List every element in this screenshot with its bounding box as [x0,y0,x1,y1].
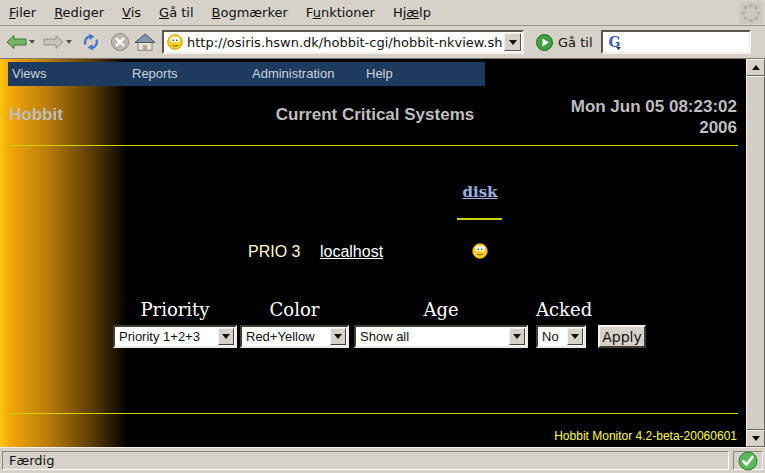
menu-bogmaerker[interactable]: Bogmærker [203,1,297,24]
forward-dropdown-button[interactable] [66,40,72,44]
browser-window: Filer Rediger Vis Gå til Bogmærker Funkt… [0,0,765,473]
go-button-label[interactable]: Gå til [558,35,593,50]
search-input[interactable]: G [601,30,751,54]
scrollbar-thumb[interactable] [746,76,765,430]
menu-bar: Filer Rediger Vis Gå til Bogmærker Funkt… [0,0,765,26]
back-button[interactable] [6,34,27,50]
menu-label: G [159,5,169,20]
menu-label: æ [406,5,419,20]
scroll-up-button[interactable] [746,59,765,76]
forward-button[interactable] [43,34,64,50]
menu-ga-til[interactable]: Gå til [150,1,203,24]
host-link-localhost[interactable]: localhost [320,243,383,260]
go-play-icon [536,34,553,51]
hobbit-logo: Hobbit [9,105,63,125]
back-arrow-icon [6,34,27,50]
yellow-smiley-status-icon[interactable] [472,243,488,259]
home-button[interactable] [134,33,156,51]
reload-button[interactable] [80,33,102,51]
age-header: Age [354,299,528,320]
page-footer-version: Hobbit Monitor 4.2-beta-20060601 [554,429,737,443]
go-button[interactable] [536,34,553,51]
dropdown-arrow-icon[interactable] [218,328,234,345]
priority-select-value: Priority 1+2+3 [115,329,218,344]
priority-row: PRIO 3 localhost [248,243,383,261]
prio-label: PRIO 3 [248,243,300,260]
menu-label: ediger [63,5,104,20]
disk-column-link[interactable]: disk [462,183,497,201]
horizontal-rule-bottom [8,413,738,414]
url-input[interactable]: http://osiris.hswn.dk/hobbit-cgi/hobbit-… [187,35,504,50]
priority-select[interactable]: Priority 1+2+3 [113,325,237,348]
dropdown-arrow-icon[interactable] [509,328,525,345]
stop-button[interactable] [110,32,130,52]
filter-controls: Priority 1+2+3 Red+Yellow Show all No Ap… [113,325,646,348]
menu-hjaelp[interactable]: Hjælp [384,1,440,24]
menu-filer[interactable]: Filer [0,1,45,24]
color-select-value: Red+Yellow [242,329,330,344]
acked-select[interactable]: No [536,325,586,348]
nav-reports[interactable]: Reports [128,62,248,86]
nav-views[interactable]: Views [8,62,128,86]
home-icon [134,33,156,51]
site-favicon-smiley-icon [167,34,183,50]
menu-label: nktioner [321,5,375,20]
arrow-up-icon [752,65,760,70]
chevron-down-icon [509,40,517,45]
age-select-value: Show all [356,329,509,344]
page-content: Views Reports Administration Help Hobbit… [0,59,746,447]
menu-label: iler [16,5,37,20]
dropdown-arrow-icon[interactable] [567,328,583,345]
datetime-line2: 2006 [571,117,737,138]
menu-label: u [313,5,321,20]
priority-header: Priority [113,299,237,320]
menu-vis[interactable]: Vis [113,1,150,24]
url-dropdown-button[interactable] [504,33,521,51]
page-datetime: Mon Jun 05 08:23:02 2006 [571,96,737,138]
page-title: Current Critical Systems [276,105,474,125]
status-bar: Færdig [0,447,765,473]
menu-funktioner[interactable]: Funktioner [297,1,384,24]
menu-label: å til [169,5,193,20]
status-text-panel: Færdig [2,451,729,470]
vertical-scrollbar[interactable] [746,59,765,447]
google-g-icon: G [606,34,622,50]
acked-header: Acked [536,299,586,320]
color-select[interactable]: Red+Yellow [240,325,349,348]
scroll-down-button[interactable] [746,430,765,447]
color-header: Color [240,299,349,320]
filter-headers: Priority Color Age Acked [113,299,586,320]
nav-help[interactable]: Help [362,62,485,86]
nav-administration[interactable]: Administration [248,62,362,86]
reload-icon [80,33,102,51]
url-bar[interactable]: http://osiris.hswn.dk/hobbit-cgi/hobbit-… [162,30,524,54]
menu-label: V [122,5,131,20]
menu-label: R [54,5,62,20]
menu-label: ogmærker [220,5,287,20]
menu-label: is [131,5,141,20]
apply-button[interactable]: Apply [598,325,646,348]
menu-label: Hj [393,5,406,20]
age-select[interactable]: Show all [354,325,528,348]
back-dropdown-button[interactable] [29,40,35,44]
datetime-line1: Mon Jun 05 08:23:02 [571,96,737,117]
green-check-icon [738,451,758,471]
throbber-icon [739,2,763,24]
stop-icon [110,32,130,52]
site-nav-bar: Views Reports Administration Help [8,62,485,86]
horizontal-rule-top [8,145,738,146]
menu-label: F [306,5,313,20]
navigation-toolbar: http://osiris.hswn.dk/hobbit-cgi/hobbit-… [0,26,765,59]
acked-select-value: No [538,329,567,344]
menu-label: lp [419,5,431,20]
arrow-down-icon [752,436,760,441]
disk-column-underline [457,218,502,220]
dropdown-arrow-icon[interactable] [330,328,346,345]
forward-arrow-icon [43,34,64,50]
status-text: Færdig [9,453,54,468]
menu-rediger[interactable]: Rediger [45,1,113,24]
security-status-panel [733,451,763,470]
